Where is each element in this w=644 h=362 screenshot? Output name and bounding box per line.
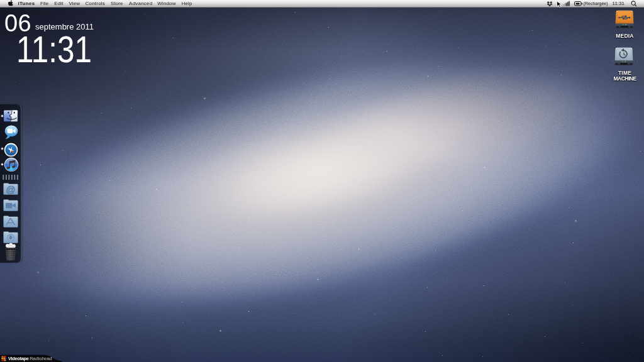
svg-text:@: @ bbox=[6, 184, 15, 195]
